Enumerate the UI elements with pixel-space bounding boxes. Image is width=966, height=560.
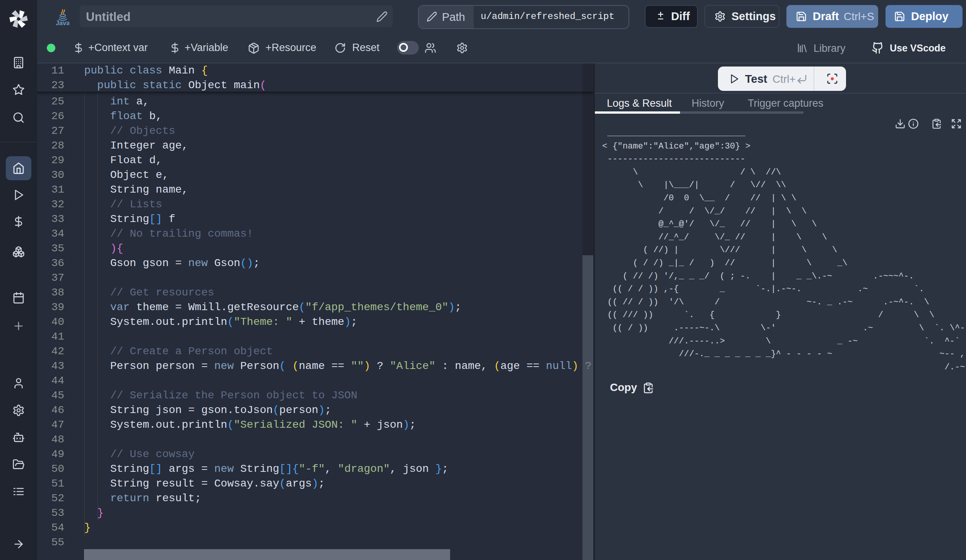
svg-text:Java: Java — [56, 19, 69, 26]
